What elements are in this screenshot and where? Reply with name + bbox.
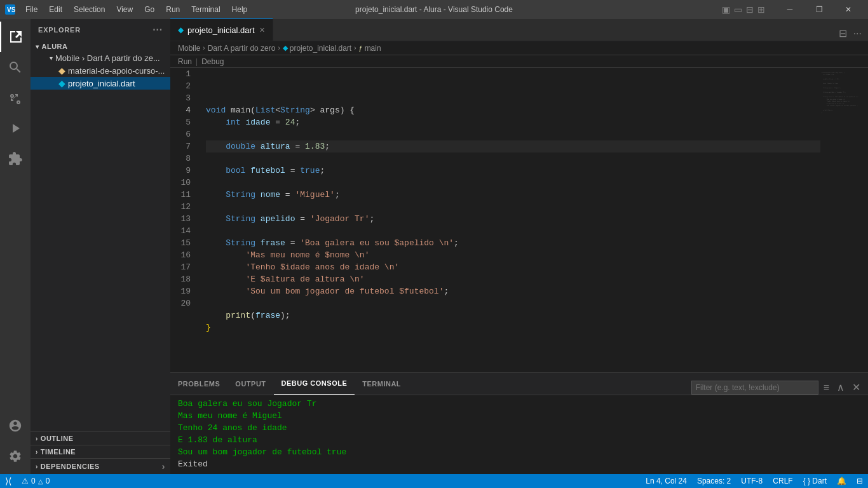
warning-count: 0 <box>46 477 50 485</box>
output-line-3: E 1.83 de altura <box>178 434 860 446</box>
toggle-primary-sidebar-icon[interactable]: ▣ <box>722 4 730 15</box>
activity-account-icon[interactable] <box>0 410 31 441</box>
customize-layout-icon[interactable]: ⊞ <box>757 4 765 15</box>
alura-section: ▾ ALURA ▾ Mobile › Dart A partir do ze..… <box>31 41 170 90</box>
split-editor-button[interactable]: ⊟ <box>837 26 848 41</box>
toggle-panel-icon[interactable]: ▭ <box>734 4 742 15</box>
line-number-1: 1 <box>170 68 196 80</box>
panel-collapse-button[interactable]: ∧ <box>834 380 847 395</box>
code-line-13: 'Mas meu nome é $nome \n' <box>206 249 820 261</box>
output-line-2: Tenho 24 anos de idade <box>178 422 860 434</box>
dependencies-label: DEPENDENCIES <box>41 463 100 470</box>
code-line-18: print(frase); <box>206 309 820 322</box>
breadcrumb-sep-2: › <box>278 44 280 51</box>
output-line-4: Sou um bom jogador de futebol true <box>178 446 860 458</box>
vscode-logo-icon: VS <box>5 4 15 15</box>
menu-item-terminal[interactable]: Terminal <box>186 4 225 15</box>
toggle-secondary-sidebar-icon[interactable]: ⊟ <box>746 4 754 15</box>
activity-explorer-icon[interactable] <box>0 22 31 52</box>
breadcrumb-main[interactable]: ƒ main <box>359 44 381 53</box>
line-number-9: 9 <box>170 165 196 177</box>
status-eol-item[interactable]: CRLF <box>768 474 797 488</box>
status-errors-item[interactable]: ⚠ 0 △ 0 <box>17 474 55 488</box>
titlebar-layout-icons: ▣ ▭ ⊟ ⊞ <box>722 4 765 15</box>
status-language-item[interactable]: { } Dart <box>798 474 832 488</box>
code-line-3 <box>206 128 820 140</box>
line-number-12: 12 <box>170 201 196 213</box>
encoding-label: UTF-8 <box>741 477 763 485</box>
status-spaces-item[interactable]: Spaces: 2 <box>692 474 736 488</box>
sidebar-item-mobile[interactable]: ▾ Mobile › Dart A partir do ze... <box>31 52 170 64</box>
status-bar: ⟩⟨ ⚠ 0 △ 0 Ln 4, Col 24 Spaces: 2 UTF-8 … <box>0 474 868 488</box>
sidebar-header: Explorer ··· <box>31 19 170 41</box>
editor-area: ◆ projeto_inicial.dart × ⊟ ··· Mobile › … <box>170 19 868 474</box>
menu-item-view[interactable]: View <box>111 4 138 15</box>
dependencies-toggle[interactable]: › DEPENDENCIES › <box>31 459 170 474</box>
activity-run-debug-icon[interactable] <box>0 113 31 144</box>
activity-extensions-icon[interactable] <box>0 144 31 174</box>
status-notification-item[interactable]: 🔔 <box>832 474 851 488</box>
tab-close-button[interactable]: × <box>260 25 265 35</box>
sidebar-item-projeto[interactable]: ◆ projeto_inicial.dart <box>31 77 170 90</box>
status-more-item[interactable]: ⊟ <box>851 474 868 488</box>
sidebar-more-button[interactable]: ··· <box>153 24 163 36</box>
line-number-14: 14 <box>170 225 196 237</box>
outline-label: OUTLINE <box>41 435 74 442</box>
timeline-chevron-icon: › <box>36 449 38 456</box>
minimize-button[interactable]: ─ <box>775 0 804 19</box>
minimap[interactable]: void main(List<String> args) { int idade… <box>820 68 868 372</box>
activity-source-control-icon[interactable] <box>0 83 31 113</box>
alura-section-header[interactable]: ▾ ALURA <box>31 41 170 52</box>
editor-tab-projeto[interactable]: ◆ projeto_inicial.dart × <box>170 18 273 41</box>
activity-settings-icon[interactable] <box>0 441 31 471</box>
timeline-toggle[interactable]: › TIMELINE <box>31 445 170 458</box>
breadcrumb-fn-icon: ƒ <box>359 44 363 52</box>
status-encoding-item[interactable]: UTF-8 <box>736 474 768 488</box>
status-position-item[interactable]: Ln 4, Col 24 <box>641 474 692 488</box>
menu-item-edit[interactable]: Edit <box>44 4 67 15</box>
status-remote-item[interactable]: ⟩⟨ <box>0 474 17 488</box>
close-button[interactable]: ✕ <box>834 0 863 19</box>
breadcrumb-mobile-label: Mobile <box>178 44 200 53</box>
panel-close-button[interactable]: ✕ <box>850 380 863 395</box>
code-line-19: } <box>206 322 820 334</box>
line-number-16: 16 <box>170 249 196 261</box>
panel-filter: ≡ ∧ ✕ <box>686 380 868 395</box>
code-area[interactable]: void main(List<String> args) { int idade… <box>201 68 820 372</box>
panel-content: Boa galera eu sou Jogador TrMas meu nome… <box>170 395 868 474</box>
dependencies-chevron-icon: › <box>36 463 38 470</box>
outline-section: › OUTLINE <box>31 431 170 445</box>
code-line-16: 'Sou um bom jogador de futebol $futebol'… <box>206 285 820 297</box>
breadcrumb-file[interactable]: ◆ projeto_inicial.dart <box>283 44 351 53</box>
mobile-chevron-icon: ▾ <box>50 55 53 62</box>
sidebar-item-material[interactable]: ◆ material-de-apoio-curso-... <box>31 64 170 77</box>
restore-button[interactable]: ❐ <box>804 0 834 19</box>
panel-tab-problems[interactable]: PROBLEMS <box>170 372 227 395</box>
panel-tab-debug-console[interactable]: DEBUG CONSOLE <box>274 372 355 395</box>
panel-tab-terminal[interactable]: TERMINAL <box>355 372 409 395</box>
breadcrumb-dart-course[interactable]: Dart A partir do zero <box>208 44 276 53</box>
panel-filter-input[interactable] <box>691 381 818 395</box>
menu-item-help[interactable]: Help <box>227 4 253 15</box>
run-link[interactable]: Run <box>178 57 192 66</box>
status-left: ⟩⟨ ⚠ 0 △ 0 <box>0 474 55 488</box>
menu-item-run[interactable]: Run <box>161 4 185 15</box>
debug-link[interactable]: Debug <box>201 57 224 66</box>
activity-search-icon[interactable] <box>0 52 31 83</box>
code-line-20 <box>206 334 820 346</box>
code-line-15: 'E $altura de altura \n' <box>206 273 820 285</box>
activity-bar <box>0 19 31 474</box>
dependencies-expand-icon[interactable]: › <box>162 461 165 471</box>
notification-icon: 🔔 <box>837 477 846 485</box>
line-number-7: 7 <box>170 140 196 152</box>
sidebar-item-mobile-label: Mobile › Dart A partir do ze... <box>55 53 160 63</box>
outline-toggle[interactable]: › OUTLINE <box>31 432 170 445</box>
menu-item-go[interactable]: Go <box>139 4 159 15</box>
panel-list-view-button[interactable]: ≡ <box>821 381 832 395</box>
menu-item-selection[interactable]: Selection <box>69 4 110 15</box>
menu-item-file[interactable]: File <box>20 4 43 15</box>
breadcrumb-mobile[interactable]: Mobile <box>178 44 200 53</box>
more-actions-button[interactable]: ··· <box>852 27 863 41</box>
panel-tab-output[interactable]: OUTPUT <box>227 372 273 395</box>
breadcrumb-file-label: projeto_inicial.dart <box>290 44 351 53</box>
